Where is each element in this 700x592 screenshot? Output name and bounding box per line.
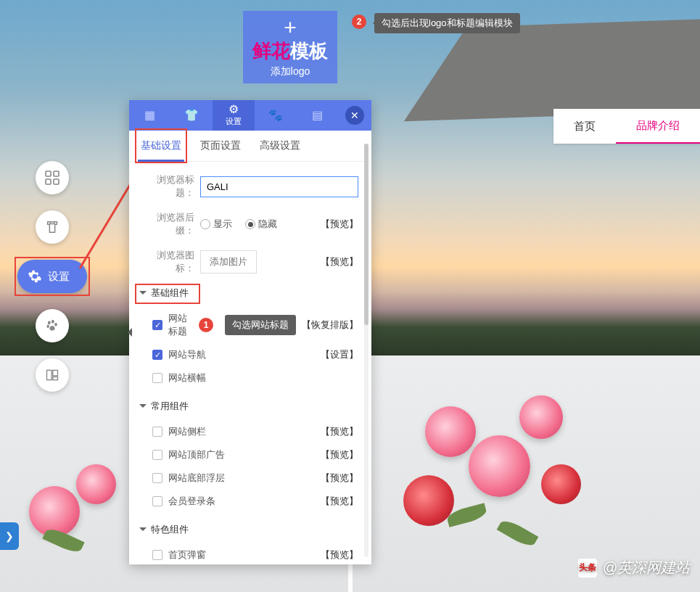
panel-top-tabs: ▦ 👕 ⚙设置 🐾 ▤ ✕ — [129, 100, 371, 131]
sub-tab-advanced[interactable]: 高级设置 — [257, 131, 303, 161]
chevron-down-icon — [139, 404, 147, 411]
layout-icon: ▤ — [312, 110, 323, 121]
checkbox-site-title[interactable]: ✓ — [152, 320, 162, 330]
baidu-button[interactable] — [36, 309, 69, 342]
popup-action[interactable]: 预览 — [321, 548, 358, 562]
browser-title-label: 浏览器标题： — [142, 173, 194, 200]
layout-button[interactable] — [36, 358, 69, 392]
left-toolbar: 设置 — [17, 161, 87, 392]
group-common-components[interactable]: 常用组件 — [139, 400, 358, 413]
svg-rect-0 — [46, 171, 51, 176]
checkbox-popup[interactable] — [152, 550, 162, 560]
site-nav-tabs: 首页 品牌介绍 — [553, 109, 700, 144]
svg-rect-10 — [53, 377, 58, 380]
annotation-bubble-2: 勾选后出现logo和标题编辑模块 — [374, 13, 520, 33]
chevron-down-icon — [139, 527, 147, 535]
paw-icon: 🐾 — [268, 110, 283, 121]
panel-tab-style[interactable]: 👕 — [171, 100, 213, 131]
login-bar-action[interactable]: 预览 — [321, 495, 358, 508]
logo-subtitle: 添加logo — [271, 65, 310, 78]
gear-icon — [28, 269, 42, 284]
opt-site-banner: 网站横幅 — [142, 366, 358, 390]
group-basic-components[interactable]: 基础组件 — [139, 287, 358, 300]
watermark: 头条 @英深网建站 — [578, 558, 690, 577]
grid-icon: ▦ — [144, 110, 155, 121]
settings-button-label: 设置 — [48, 270, 70, 284]
modules-button[interactable] — [36, 161, 69, 194]
svg-rect-2 — [46, 179, 51, 184]
opt-site-title: ✓ 网站标题 1 勾选网站标题 恢复排版 — [142, 307, 358, 343]
add-logo-block[interactable]: + 鲜花模板 添加logo — [243, 11, 337, 83]
watermark-icon: 头条 — [578, 559, 597, 577]
checkbox-bottom-float[interactable] — [152, 473, 162, 483]
suffix-hide-radio[interactable]: 隐藏 — [245, 218, 277, 231]
panel-tab-settings[interactable]: ⚙设置 — [213, 100, 255, 131]
top-ad-action[interactable]: 预览 — [321, 448, 358, 461]
style-button[interactable] — [36, 210, 69, 244]
svg-rect-1 — [54, 171, 59, 176]
logo-title: 鲜花模板 — [252, 38, 328, 64]
svg-rect-3 — [54, 179, 59, 184]
plus-icon: + — [284, 17, 297, 38]
site-nav-action[interactable]: 设置 — [321, 348, 358, 361]
editor-panel: ▦ 👕 ⚙设置 🐾 ▤ ✕ 基础设置 页面设置 高级设置 浏览器标题： 浏览器后… — [129, 100, 371, 564]
sub-tab-basic[interactable]: 基础设置 — [138, 131, 184, 161]
add-image-button[interactable]: 添加图片 — [200, 250, 257, 274]
sub-tab-page[interactable]: 页面设置 — [197, 131, 244, 161]
close-icon: ✕ — [350, 110, 359, 121]
browser-title-input[interactable] — [200, 176, 358, 197]
panel-tab-modules[interactable]: ▦ — [129, 100, 171, 131]
suffix-show-radio[interactable]: 显示 — [200, 218, 232, 231]
svg-rect-8 — [47, 370, 52, 379]
panel-tab-layout[interactable]: ▤ — [296, 100, 338, 131]
icon-preview-button[interactable]: 预览 — [321, 255, 358, 268]
annotation-badge-1: 1 — [199, 318, 213, 332]
annotation-badge-2: 2 — [352, 15, 366, 29]
svg-rect-9 — [53, 370, 58, 375]
gear-icon: ⚙ — [228, 104, 239, 115]
sidebar-action[interactable]: 预览 — [321, 425, 358, 438]
panel-close-button[interactable]: ✕ — [345, 106, 364, 125]
annotation-bubble-1: 勾选网站标题 — [225, 315, 296, 335]
bottom-float-action[interactable]: 预览 — [321, 472, 358, 485]
panel-body: 浏览器标题： 浏览器后缀： 显示 隐藏 预览 浏览器图标： 添加图片 预览 基础… — [129, 162, 371, 564]
panel-tab-baidu[interactable]: 🐾 — [255, 100, 297, 131]
panel-scrollbar[interactable] — [364, 162, 368, 557]
panel-sub-tabs: 基础设置 页面设置 高级设置 — [129, 131, 371, 162]
tab-home[interactable]: 首页 — [553, 109, 616, 144]
shirt-icon: 👕 — [184, 110, 199, 121]
checkbox-sidebar[interactable] — [152, 427, 162, 437]
svg-point-6 — [54, 323, 57, 326]
opt-site-nav: ✓ 网站导航 设置 — [142, 343, 358, 366]
browser-suffix-label: 浏览器后缀： — [142, 211, 194, 237]
group-featured-components[interactable]: 特色组件 — [139, 523, 358, 536]
svg-point-4 — [48, 321, 51, 324]
checkbox-site-nav[interactable]: ✓ — [152, 350, 162, 360]
svg-point-7 — [47, 325, 49, 329]
tab-brand[interactable]: 品牌介绍 — [616, 109, 700, 144]
suffix-preview-button[interactable]: 预览 — [321, 218, 358, 231]
svg-point-5 — [52, 320, 54, 324]
site-title-action[interactable]: 恢复排版 — [302, 318, 358, 332]
checkbox-login-bar[interactable] — [152, 496, 162, 506]
browser-icon-label: 浏览器图标： — [142, 249, 194, 275]
checkbox-site-banner[interactable] — [152, 373, 162, 383]
social-share-button[interactable]: ❯ — [0, 522, 19, 550]
checkbox-top-ad[interactable] — [152, 450, 162, 460]
chevron-down-icon — [139, 291, 147, 298]
settings-button[interactable]: 设置 — [17, 260, 87, 293]
